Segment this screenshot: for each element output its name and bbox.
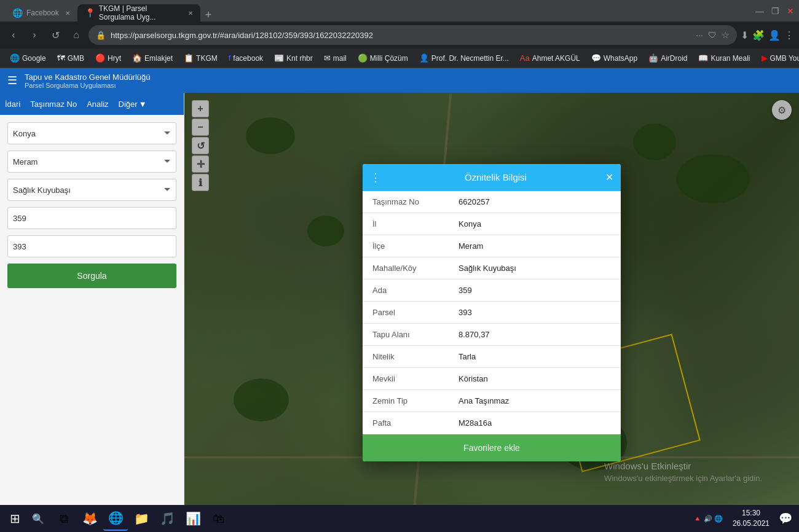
sidebar-form: Konya Meram Sağlık Kuyubaşı Sorgula	[0, 115, 184, 295]
modal-row-ilce: İlçe Meram	[363, 235, 621, 257]
sidebar-nav-diger[interactable]: Diğer ▼	[119, 97, 147, 111]
start-button[interactable]: ⊞	[2, 506, 27, 531]
modal-body: Taşınmaz No 6620257 İl Konya İlçe Meram …	[363, 191, 621, 434]
bookmark-google-label: Google	[22, 54, 46, 63]
modal-header: ⋮ Öznitelik Bilgisi ✕	[363, 164, 621, 191]
tab-facebook[interactable]: 🌐 Facebook ✕	[5, 4, 77, 22]
bookmark-prof-dr[interactable]: 👤 Prof. Dr. Necmettin Er...	[414, 52, 514, 64]
modal-row-mevkii: Mevkii Köristan	[363, 368, 621, 390]
reload-button[interactable]: ↺	[47, 26, 64, 44]
extensions-icon[interactable]: 🧩	[752, 29, 765, 41]
tab-facebook-label: Facebook	[26, 9, 59, 17]
star-icon[interactable]: ☆	[722, 30, 730, 40]
modal-value-tapu-alani: 8.870,37	[449, 325, 621, 344]
back-button[interactable]: ‹	[5, 26, 22, 44]
bookmark-hryt-label: Hryt	[108, 54, 121, 63]
bookmark-kuran-meali[interactable]: 📖 Kuran Meali	[693, 52, 755, 64]
bookmark-knt-rhbr-label: Knt rhbr	[286, 54, 313, 63]
maximize-button[interactable]: ❐	[771, 6, 779, 16]
taskbar-app-taskview[interactable]: ⧉	[52, 506, 76, 531]
sidebar-nav-analiz[interactable]: Analiz	[87, 97, 108, 111]
bookmark-hryt[interactable]: 🔴 Hryt	[90, 52, 126, 64]
modal-menu-icon[interactable]: ⋮	[370, 171, 381, 184]
minimize-button[interactable]: —	[755, 6, 764, 16]
close-button[interactable]: ✕	[787, 6, 794, 16]
modal-label-zemin-tip: Zemin Tip	[363, 391, 449, 410]
modal-label-mahalle: Mahalle/Köy	[363, 259, 449, 278]
modal-label-mevkii: Mevkii	[363, 369, 449, 388]
tab-tkgm-label: TKGM | Parsel Sorgulama Uyg...	[99, 4, 182, 22]
tab-tkgm-icon: 📍	[85, 8, 95, 18]
ilce-select[interactable]: Meram	[7, 151, 176, 173]
home-button[interactable]: ⌂	[68, 26, 85, 44]
bookmark-gmb[interactable]: 🗺 GMB	[52, 52, 89, 64]
app-header: ☰ Tapu ve Kadastro Genel Müdürlüğü Parse…	[0, 68, 799, 93]
bookmark-google[interactable]: 🌐 Google	[5, 52, 51, 64]
bookmark-knt-rhbr[interactable]: 📰 Knt rhbr	[269, 52, 318, 64]
bookmark-mail[interactable]: ✉ mail	[319, 52, 352, 64]
bookmark-icon[interactable]: 🛡	[708, 30, 717, 40]
bookmark-whatsapp[interactable]: 💬 WhatsApp	[586, 52, 642, 64]
forward-button[interactable]: ›	[26, 26, 43, 44]
diger-arrow-icon: ▼	[139, 100, 147, 109]
taskbar-app-excel[interactable]: 📊	[181, 506, 205, 531]
bookmark-airdroid[interactable]: 🤖 AirDroid	[644, 52, 692, 64]
bookmark-ahmet-akgul[interactable]: Aa Ahmet AKGÜL	[515, 52, 585, 64]
sidebar-nav-idari[interactable]: İdari	[5, 97, 20, 111]
taskbar-time-display: 15:30	[742, 508, 760, 518]
bookmark-facebook[interactable]: f facebook	[224, 52, 268, 64]
bookmark-milli-cozum[interactable]: 🟢 Milli Çözüm	[353, 52, 413, 64]
app-title-main: Tapu ve Kadastro Genel Müdürlüğü	[25, 72, 151, 82]
il-select-wrapper: Konya	[7, 122, 176, 144]
ada-input[interactable]	[7, 207, 176, 229]
modal-value-nitelik: Tarla	[449, 347, 621, 366]
mahalle-select-wrapper: Sağlık Kuyubaşı	[7, 179, 176, 201]
taskbar-app-explorer[interactable]: 📁	[129, 506, 154, 531]
window-controls: — ❐ ✕	[755, 6, 794, 16]
prof-dr-icon: 👤	[419, 53, 429, 63]
modal-row-parsel: Parsel 393	[363, 302, 621, 324]
kuran-meali-icon: 📖	[698, 53, 708, 63]
whatsapp-icon: 💬	[591, 53, 601, 63]
app-title-block: Tapu ve Kadastro Genel Müdürlüğü Parsel …	[25, 72, 151, 89]
new-tab-button[interactable]: +	[200, 9, 217, 22]
profile-icon[interactable]: 👤	[768, 29, 781, 41]
parsel-input[interactable]	[7, 235, 176, 257]
taskbar-app-chrome[interactable]: 🌐	[103, 506, 128, 531]
il-select[interactable]: Konya	[7, 122, 176, 144]
bookmark-gmb-youtube-label: GMB YouTube	[770, 54, 799, 63]
tab-tkgm[interactable]: 📍 TKGM | Parsel Sorgulama Uyg... ✕	[77, 4, 200, 22]
hamburger-button[interactable]: ☰	[7, 74, 17, 87]
taskbar-app-firefox[interactable]: 🦊	[77, 506, 102, 531]
browser-tabs: 🌐 Facebook ✕ 📍 TKGM | Parsel Sorgulama U…	[5, 0, 753, 22]
modal-row-zemin-tip: Zemin Tip Ana Taşınmaz	[363, 390, 621, 412]
modal-overlay: ⋮ Öznitelik Bilgisi ✕ Taşınmaz No 662025…	[184, 93, 799, 532]
modal-value-ilce: Meram	[449, 237, 621, 256]
google-icon: 🌐	[10, 53, 20, 63]
sidebar-nav-tasinmaz[interactable]: Taşınmaz No	[30, 97, 77, 111]
taskbar-search-button[interactable]: 🔍	[27, 507, 49, 530]
mail-icon: ✉	[324, 53, 331, 63]
mahalle-select[interactable]: Sağlık Kuyubaşı	[7, 179, 176, 201]
tab-facebook-close[interactable]: ✕	[65, 10, 70, 17]
bookmark-tkgm[interactable]: 📋 TKGM	[179, 52, 222, 64]
settings-icon[interactable]: ⋮	[784, 29, 794, 41]
taskbar-notification-button[interactable]: 💬	[774, 507, 797, 530]
taskbar-app-media[interactable]: 🎵	[155, 506, 179, 531]
more-icon[interactable]: ···	[696, 30, 703, 40]
modal-close-button[interactable]: ✕	[605, 171, 613, 183]
address-bar[interactable]: 🔒 https://parselsorgu.tkgm.gov.tr/#ara/i…	[89, 25, 737, 45]
modal-label-tasinmaz-no: Taşınmaz No	[363, 192, 449, 211]
tab-tkgm-close[interactable]: ✕	[188, 10, 193, 17]
bookmark-whatsapp-label: WhatsApp	[604, 54, 637, 63]
bookmark-gmb-youtube[interactable]: ▶ GMB YouTube	[757, 52, 799, 64]
modal-footer-button[interactable]: Favorilere ekle	[363, 434, 621, 461]
bookmark-milli-cozum-label: Milli Çözüm	[370, 54, 408, 63]
map-area[interactable]: emlakjet.com Windows'u Etkinleştir Windo…	[184, 93, 799, 532]
taskbar: ⊞ 🔍 ⧉ 🦊 🌐 📁 🎵 📊 🛍 🔺 🔊 🌐 15:30 26.05.2021…	[0, 505, 799, 532]
download-icon[interactable]: ⬇	[741, 29, 749, 41]
sorgula-button[interactable]: Sorgula	[7, 264, 176, 288]
taskbar-app-store[interactable]: 🛍	[207, 506, 231, 531]
milli-cozum-icon: 🟢	[358, 53, 368, 63]
bookmark-emlakjet[interactable]: 🏠 Emlakjet	[127, 52, 178, 64]
